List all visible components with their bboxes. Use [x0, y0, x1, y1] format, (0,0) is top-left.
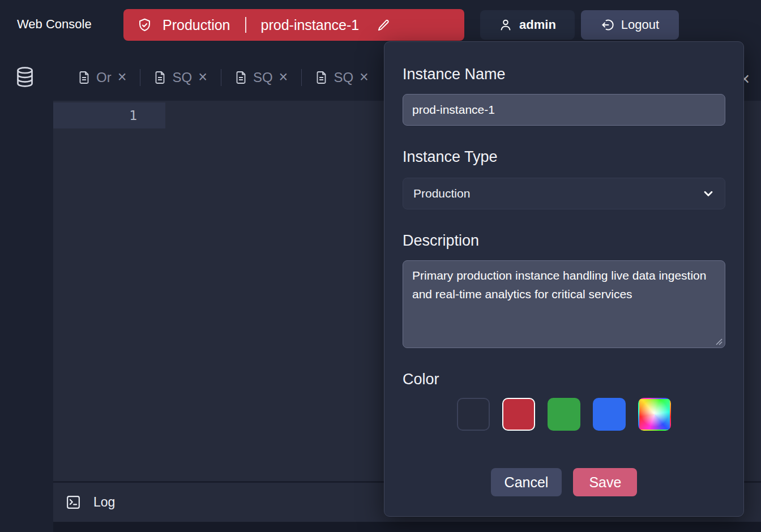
edit-icon[interactable]	[377, 19, 390, 32]
cancel-button[interactable]: Cancel	[491, 468, 562, 496]
tab-3[interactable]: SQ ×	[221, 70, 301, 85]
file-icon	[78, 71, 90, 84]
instance-name: prod-instance-1	[261, 17, 360, 33]
line-number: 1	[53, 102, 165, 128]
line-number-gutter: 1	[53, 102, 165, 128]
close-icon[interactable]: ×	[118, 70, 127, 85]
description-field: Primary production instance handling liv…	[403, 260, 725, 348]
log-label: Log	[93, 495, 115, 510]
close-icon[interactable]: ×	[279, 70, 288, 85]
instance-type-select[interactable]: Production	[403, 178, 725, 209]
save-button[interactable]: Save	[573, 468, 637, 496]
environment-name: Production	[163, 17, 230, 33]
tab-2[interactable]: SQ ×	[140, 70, 220, 85]
tab-label: SQ	[334, 70, 353, 85]
tab-label: SQ	[172, 70, 192, 85]
logout-button[interactable]: Logout	[581, 10, 679, 40]
instance-settings-modal: Instance Name Instance Type Production D…	[384, 41, 744, 517]
instance-name-input[interactable]	[403, 94, 725, 126]
terminal-icon	[66, 495, 81, 510]
file-icon	[315, 71, 327, 84]
color-swatch-red[interactable]	[502, 398, 535, 431]
color-swatch-rainbow[interactable]	[638, 398, 671, 431]
user-name: admin	[519, 18, 556, 32]
resize-handle-icon[interactable]	[715, 338, 722, 345]
instance-type-value: Production	[413, 187, 470, 200]
chevron-down-icon	[702, 187, 715, 200]
shield-check-icon	[137, 18, 152, 33]
instance-name-label: Instance Name	[403, 65, 725, 84]
tab-4[interactable]: SQ ×	[302, 70, 382, 85]
tab-1[interactable]: Or ×	[65, 70, 140, 85]
description-label: Description	[403, 231, 725, 250]
logout-icon	[601, 18, 614, 32]
file-icon	[235, 71, 247, 84]
tab-label: Or	[96, 70, 112, 85]
color-swatch-green[interactable]	[548, 398, 580, 431]
file-icon	[154, 71, 166, 84]
divider	[245, 17, 246, 33]
tab-label: SQ	[253, 70, 273, 85]
modal-actions: Cancel Save	[403, 468, 725, 496]
web-console-screen: Web Console Production prod-instance-1 a…	[0, 0, 761, 532]
description-textarea[interactable]: Primary production instance handling liv…	[403, 260, 725, 348]
user-icon	[499, 18, 512, 32]
environment-badge[interactable]: Production prod-instance-1	[123, 9, 464, 41]
close-icon[interactable]: ×	[360, 70, 369, 85]
color-swatches	[403, 398, 725, 431]
app-title: Web Console	[17, 17, 92, 32]
logout-label: Logout	[621, 18, 659, 32]
close-icon[interactable]: ×	[198, 70, 207, 85]
sidebar	[0, 51, 53, 532]
color-swatch-default[interactable]	[457, 398, 490, 431]
instance-type-label: Instance Type	[403, 147, 725, 166]
database-icon[interactable]	[14, 66, 36, 88]
color-label: Color	[403, 370, 725, 389]
status-strip	[53, 522, 761, 532]
color-swatch-blue[interactable]	[593, 398, 626, 431]
user-chip[interactable]: admin	[480, 10, 575, 40]
